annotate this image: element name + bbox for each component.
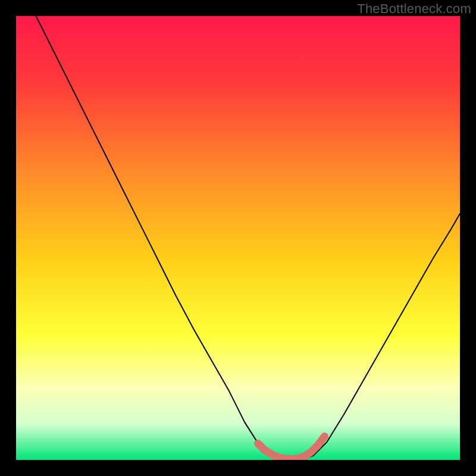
plot-area <box>16 16 460 460</box>
gradient-background <box>16 16 460 460</box>
chart-frame: TheBottleneck.com <box>0 0 476 476</box>
chart-svg <box>16 16 460 460</box>
watermark-text: TheBottleneck.com <box>357 1 471 17</box>
